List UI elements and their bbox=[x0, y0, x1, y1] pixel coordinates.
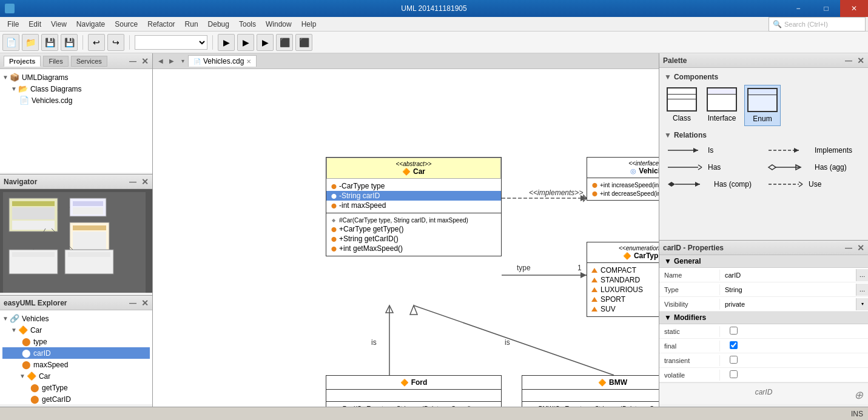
cartype-class[interactable]: <<enumeration>> 🔶 CarType COMPACT STANDA… bbox=[587, 242, 659, 317]
files-tab[interactable]: Files bbox=[43, 56, 68, 67]
car-method-getmaxspeed[interactable]: ⬤ +int getMaxSpeed() bbox=[330, 244, 497, 253]
palette-enum[interactable]: Enum bbox=[744, 85, 781, 126]
car-field-type[interactable]: ⬤ -CarType type bbox=[330, 181, 497, 191]
visibility-dropdown[interactable]: ▾ bbox=[856, 298, 868, 310]
menu-run[interactable]: Run bbox=[180, 19, 203, 30]
footer-expand-btn[interactable]: ⊕ bbox=[854, 389, 863, 401]
properties-minimize[interactable]: — bbox=[845, 244, 852, 252]
menu-window[interactable]: Window bbox=[261, 19, 297, 30]
static-checkbox[interactable] bbox=[730, 327, 738, 335]
car-method-gettype[interactable]: ⬤ +CarType getType() bbox=[330, 224, 497, 234]
cartype-compact[interactable]: COMPACT bbox=[591, 265, 659, 275]
relation-is[interactable]: Is bbox=[664, 143, 762, 158]
explorer-type[interactable]: ⬤ type bbox=[2, 336, 150, 347]
tab-nav-dropdown[interactable]: ▾ bbox=[177, 56, 188, 67]
ford-constructor[interactable]: ◆ +Ford(CarType type, String carID, int … bbox=[330, 404, 497, 407]
cartype-sport[interactable]: SPORT bbox=[591, 295, 659, 304]
menu-help[interactable]: Help bbox=[297, 19, 321, 30]
run-btn3[interactable]: ▶ bbox=[257, 34, 274, 51]
palette-minimize[interactable]: — bbox=[845, 56, 852, 65]
run-btn2[interactable]: ▶ bbox=[237, 34, 254, 51]
properties-close[interactable]: ✕ bbox=[857, 243, 864, 253]
volatile-checkbox[interactable] bbox=[730, 370, 738, 378]
explorer-maxspeed[interactable]: ⬤ maxSpeed bbox=[2, 359, 150, 370]
tab-nav-prev[interactable]: ◀ bbox=[155, 56, 166, 67]
projects-minimize[interactable]: — bbox=[129, 57, 136, 65]
maximize-button[interactable]: □ bbox=[812, 0, 840, 17]
cartype-suv[interactable]: SUV bbox=[591, 304, 659, 314]
transient-checkbox[interactable] bbox=[730, 356, 738, 364]
menu-view[interactable]: View bbox=[46, 19, 72, 30]
menu-refactor[interactable]: Refactor bbox=[143, 19, 180, 30]
explorer-minimize[interactable]: — bbox=[129, 299, 136, 307]
cartype-standard[interactable]: STANDARD bbox=[591, 275, 659, 285]
projects-tab[interactable]: Projects bbox=[4, 56, 41, 67]
general-toggle[interactable]: ▼ bbox=[664, 257, 671, 265]
services-tab[interactable]: Services bbox=[71, 56, 107, 67]
relation-has-agg[interactable]: Has (agg) bbox=[765, 160, 863, 175]
bmw-constructor[interactable]: ◆ +BMW(CarType type, String carID, int m… bbox=[526, 404, 659, 407]
navigator-minimize[interactable]: — bbox=[129, 178, 136, 186]
navigator-close[interactable]: ✕ bbox=[141, 177, 149, 187]
menu-navigate[interactable]: Navigate bbox=[72, 19, 110, 30]
vehicles-tab[interactable]: 📄 Vehicles.cdg ✕ bbox=[188, 55, 257, 67]
run-btn4[interactable]: ⬛ bbox=[276, 34, 293, 51]
configuration-dropdown[interactable] bbox=[135, 35, 207, 50]
save-all-button[interactable]: 💾 bbox=[61, 34, 78, 51]
projects-close[interactable]: ✕ bbox=[141, 56, 149, 66]
new-button[interactable]: 📄 bbox=[2, 34, 19, 51]
tree-vehicles[interactable]: 📄 Vehicles.cdg bbox=[2, 95, 150, 106]
car-method-getcarid[interactable]: ⬤ +String getCarID() bbox=[330, 234, 497, 244]
tree-classdiagrams[interactable]: ▼ 📂 Class Diagrams bbox=[2, 83, 150, 95]
type-edit-btn[interactable]: … bbox=[856, 284, 868, 296]
relation-has[interactable]: Has bbox=[664, 160, 762, 175]
open-button[interactable]: 📁 bbox=[22, 34, 39, 51]
palette-interface[interactable]: Interface bbox=[704, 85, 739, 126]
palette-class[interactable]: Class bbox=[664, 85, 699, 126]
close-button[interactable]: ✕ bbox=[840, 0, 868, 17]
explorer-carid[interactable]: ⬤ carID bbox=[2, 347, 150, 359]
car-class[interactable]: <<abstract>> 🔶 Car ⬤ -CarType type ⬤ -St… bbox=[326, 157, 502, 256]
explorer-gettype[interactable]: ⬤ getType bbox=[2, 382, 150, 393]
vehicle-method-decrease[interactable]: ⬤ +int decreaseSpeed(int dV) bbox=[591, 189, 659, 198]
relation-use[interactable]: Use bbox=[765, 177, 863, 192]
ford-class[interactable]: 🔶 Ford ◆ +Ford(CarType type, String carI… bbox=[326, 375, 502, 407]
car-constructor[interactable]: ◆ #Car(CarType type, String carID, int m… bbox=[330, 216, 497, 224]
tab-close[interactable]: ✕ bbox=[246, 58, 251, 65]
explorer-getcarid[interactable]: ⬤ getCarID bbox=[2, 393, 150, 404]
menu-source[interactable]: Source bbox=[110, 19, 143, 30]
undo-button[interactable]: ↩ bbox=[88, 34, 105, 51]
minimize-button[interactable]: − bbox=[784, 0, 812, 17]
menu-tools[interactable]: Tools bbox=[234, 19, 261, 30]
prop-final-row: final bbox=[659, 339, 868, 353]
redo-button[interactable]: ↪ bbox=[107, 34, 124, 51]
explorer-car[interactable]: ▼ 🔶 Car bbox=[2, 324, 150, 336]
bmw-class[interactable]: 🔶 BMW ◆ +BMW(CarType type, String carID,… bbox=[522, 375, 659, 407]
vehicle-method-increase[interactable]: ⬤ +int increaseSpeed(int dV) bbox=[591, 181, 659, 189]
tab-nav-next[interactable]: ▶ bbox=[166, 56, 177, 67]
palette-close[interactable]: ✕ bbox=[857, 56, 864, 65]
menu-file[interactable]: File bbox=[2, 19, 24, 30]
menu-edit[interactable]: Edit bbox=[24, 19, 46, 30]
relation-has-comp[interactable]: Has (comp) bbox=[664, 177, 762, 192]
menu-debug[interactable]: Debug bbox=[203, 19, 234, 30]
vehicle-class[interactable]: <<interface>> ◎ Vehicle ⬤ +int increaseS… bbox=[587, 157, 659, 201]
cartype-luxurious[interactable]: LUXURIOUS bbox=[591, 285, 659, 295]
name-edit-btn[interactable]: … bbox=[856, 269, 868, 281]
explorer-vehicles[interactable]: ▼ 🔗 Vehicles bbox=[2, 313, 150, 324]
search-bar[interactable]: 🔍 Search (Ctrl+I) bbox=[769, 17, 866, 32]
explorer-close[interactable]: ✕ bbox=[141, 298, 149, 308]
components-toggle[interactable]: ▼ bbox=[664, 73, 671, 81]
car-field-carid[interactable]: ⬤ -String carID bbox=[326, 191, 501, 201]
explorer-car-inner[interactable]: ▼ 🔶 Car bbox=[2, 370, 150, 382]
run-btn5[interactable]: ⬛ bbox=[295, 34, 312, 51]
tree-umldiagrams[interactable]: ▼ 📦 UMLDiagrams bbox=[2, 72, 150, 83]
diagram-canvas[interactable]: <<implements>> type 1 1 is is bbox=[153, 69, 659, 407]
save-button[interactable]: 💾 bbox=[41, 34, 58, 51]
run-btn1[interactable]: ▶ bbox=[218, 34, 235, 51]
relations-toggle[interactable]: ▼ bbox=[664, 131, 671, 139]
car-field-maxspeed[interactable]: ⬤ -int maxSpeed bbox=[330, 201, 497, 210]
modifiers-toggle[interactable]: ▼ bbox=[664, 313, 671, 322]
relation-implements[interactable]: Implements bbox=[765, 143, 863, 158]
final-checkbox[interactable] bbox=[730, 341, 738, 349]
